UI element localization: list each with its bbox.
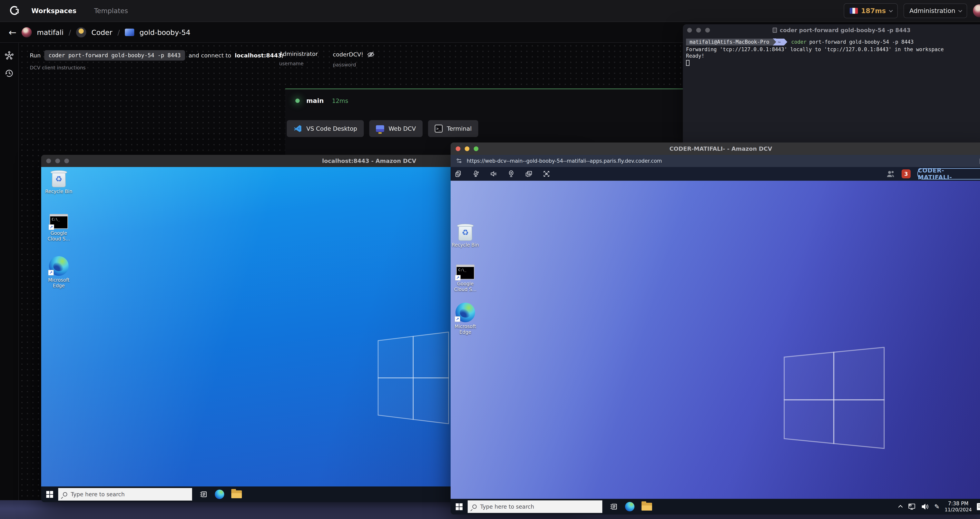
eye-off-icon[interactable]: [367, 51, 375, 59]
close-icon[interactable]: [687, 28, 692, 33]
connect-text: and connect to: [189, 52, 231, 59]
site-settings-icon[interactable]: [456, 158, 462, 164]
run-prefix: Run: [30, 52, 41, 59]
task-view-icon[interactable]: [609, 502, 618, 511]
zoom-icon[interactable]: [474, 146, 479, 151]
port-forward-instructions: Run coder port-forward gold-booby-54 -p …: [30, 50, 284, 70]
tray-expand-icon[interactable]: [898, 505, 903, 509]
user-avatar[interactable]: [973, 4, 980, 17]
tab-workspaces[interactable]: Workspaces: [31, 7, 76, 15]
search-icon: [473, 505, 477, 509]
zoom-icon[interactable]: [64, 159, 69, 163]
tray-clock[interactable]: 7:38 PM 11/20/2024: [945, 500, 972, 513]
dcv-client-instructions-link[interactable]: DCV client instructions: [30, 65, 284, 70]
agent-name: main: [306, 97, 324, 105]
desktop-icon-google-cloud[interactable]: C:\_↗ GoogleCloud S...: [450, 264, 480, 293]
terminal-titlebar[interactable]: coder port-forward gold-booby-54 -p 8443: [683, 24, 980, 36]
pen-icon[interactable]: ✎: [934, 503, 940, 510]
taskbar-search[interactable]: Type here to search: [58, 488, 192, 501]
port-forward-command[interactable]: coder port-forward gold-booby-54 -p 8443: [44, 50, 185, 60]
clipboard-copy-icon[interactable]: [455, 170, 462, 178]
start-button[interactable]: [46, 491, 53, 498]
fullscreen-icon[interactable]: [543, 170, 550, 178]
agent-latency: 12ms: [332, 97, 348, 104]
participants-count-badge[interactable]: 3: [902, 169, 911, 178]
vscode-desktop-button[interactable]: VS Code Desktop: [287, 120, 364, 137]
minimize-icon[interactable]: [465, 146, 469, 151]
username-value: Administrator: [279, 51, 318, 57]
desktop-icon-edge[interactable]: ↗ MicrosoftEdge: [450, 302, 480, 335]
powerline-arrow-icon: [773, 38, 776, 46]
shortcut-arrow-icon: ↗: [48, 270, 54, 275]
chevron-down-icon: [958, 8, 962, 12]
url-text[interactable]: https://web-dcv--main--gold-booby-54--ma…: [467, 158, 662, 164]
session-menu-button[interactable]: CODER-MATIFALI-: [917, 168, 980, 180]
minimize-icon[interactable]: [55, 159, 60, 163]
powerline-arrow-icon: [784, 38, 788, 46]
minimize-icon[interactable]: [696, 28, 701, 33]
desktop-icon-edge[interactable]: ↗ MicrosoftEdge: [44, 256, 73, 289]
command-prompt-icon: C:\_↗: [49, 214, 68, 229]
terminal-button[interactable]: >_ Terminal: [428, 120, 479, 137]
microphone-muted-icon[interactable]: [472, 170, 480, 178]
screen: Workspaces Templates 187ms Administratio…: [0, 0, 980, 519]
prompt-host: matifali@Atifs-MacBook-Pro: [686, 38, 773, 46]
file-explorer-icon[interactable]: [231, 490, 242, 498]
edge-taskbar-icon[interactable]: [215, 490, 224, 499]
shortcut-arrow-icon: ↗: [455, 316, 460, 322]
desktop-icon-recycle-bin[interactable]: ♻ Recycle Bin: [44, 170, 73, 194]
windows-logo: [783, 347, 886, 450]
breadcrumb-template[interactable]: Coder: [91, 29, 112, 37]
breadcrumb-workspace[interactable]: gold-booby-54: [139, 29, 190, 37]
zoom-icon[interactable]: [705, 28, 710, 33]
start-button[interactable]: [456, 503, 463, 510]
speaker-icon[interactable]: [490, 170, 497, 178]
webcam-muted-icon[interactable]: [508, 170, 515, 178]
titlebar[interactable]: CODER-MATIFALI- - Amazon DCV: [450, 142, 980, 155]
chevron-down-icon: [889, 8, 893, 12]
close-icon[interactable]: [456, 146, 460, 151]
web-dcv-button[interactable]: Web DCV: [369, 120, 423, 137]
notification-center-icon[interactable]: 1: [977, 503, 980, 510]
window-title: CODER-MATIFALI- - Amazon DCV: [670, 145, 772, 152]
back-arrow-icon[interactable]: ←: [9, 28, 16, 37]
breadcrumb-user[interactable]: matifali: [37, 29, 64, 37]
top-navigation: Workspaces Templates 187ms Administratio…: [0, 0, 980, 22]
agent-status-dot: [295, 99, 300, 103]
resources-topology-icon[interactable]: [4, 51, 14, 61]
vscode-icon: [293, 124, 302, 133]
desktop-icon-google-cloud[interactable]: C:\_↗ GoogleCloud S...: [44, 214, 73, 242]
desktop-icon-recycle-bin[interactable]: ♻ Recycle Bin: [450, 223, 480, 248]
tray-date: 11/20/2024: [945, 507, 972, 513]
windows-logo: [377, 332, 449, 424]
windows-desktop[interactable]: ♻ Recycle Bin C:\_↗ GoogleCloud S... ↗ M…: [450, 181, 980, 499]
user-avatar-small: [22, 27, 32, 37]
administration-label: Administration: [910, 7, 955, 14]
participants-icon[interactable]: [886, 170, 895, 178]
edge-taskbar-icon[interactable]: [625, 502, 635, 511]
task-view-icon[interactable]: [199, 490, 208, 498]
username-field: Administrator username: [279, 51, 318, 67]
file-explorer-icon[interactable]: [641, 503, 652, 511]
history-icon[interactable]: [4, 68, 14, 78]
speaker-tray-icon[interactable]: [921, 503, 929, 510]
workspace-icon: [125, 29, 134, 36]
search-placeholder: Type here to search: [71, 491, 125, 498]
close-icon[interactable]: [46, 159, 51, 163]
clipboard-icon[interactable]: [979, 157, 980, 165]
terminal-title: coder port-forward gold-booby-54 -p 8443: [780, 27, 910, 33]
terminal-doc-icon: [773, 28, 777, 33]
username-label: username: [279, 61, 318, 67]
administration-menu[interactable]: Administration: [904, 3, 967, 18]
command-prompt-icon: C:\_↗: [456, 264, 474, 280]
taskbar-search[interactable]: Type here to search: [468, 500, 602, 513]
tab-templates[interactable]: Templates: [94, 7, 128, 15]
terminal-output[interactable]: matifali@Atifs-MacBook-Pro ~ coder port-…: [686, 38, 980, 66]
url-bar[interactable]: https://web-dcv--main--gold-booby-54--ma…: [450, 155, 980, 167]
display-duplicate-icon[interactable]: [525, 170, 533, 178]
session-name: CODER-MATIFALI-: [918, 167, 977, 181]
network-display-icon[interactable]: [908, 503, 916, 510]
latency-pill[interactable]: 187ms: [844, 3, 898, 18]
tray-time: 7:38 PM: [945, 500, 972, 507]
coder-logo-icon[interactable]: [8, 5, 21, 17]
